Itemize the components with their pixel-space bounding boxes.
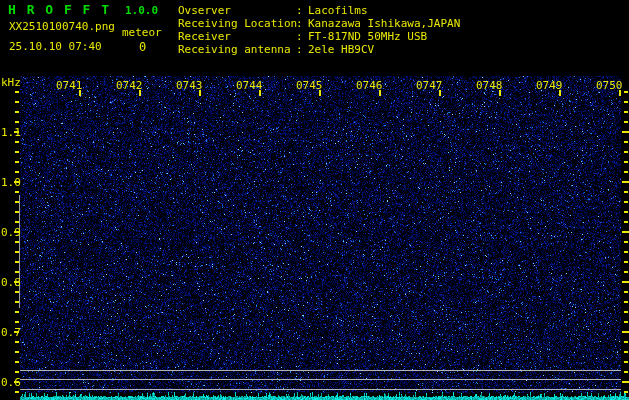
station-row-label: Ovserver bbox=[178, 4, 296, 17]
freq-minor-tick-left bbox=[15, 261, 19, 263]
minute-tick bbox=[199, 90, 201, 96]
station-row-value: Kanazawa Ishikawa,JAPAN bbox=[308, 17, 460, 30]
capture-datetime: 25.10.10 07:40 bbox=[9, 41, 102, 52]
reference-line-middle bbox=[20, 379, 621, 380]
freq-minor-tick-right bbox=[624, 291, 628, 293]
freq-minor-tick-right bbox=[624, 101, 628, 103]
freq-major-tick-right bbox=[622, 131, 629, 133]
freq-minor-tick-right bbox=[624, 371, 628, 373]
freq-minor-tick-right bbox=[624, 341, 628, 343]
station-row: Receiving Location:Kanazawa Ishikawa,JAP… bbox=[178, 17, 460, 30]
station-row-value: FT-817ND 50MHz USB bbox=[308, 30, 427, 43]
minute-tick bbox=[259, 90, 261, 96]
freq-minor-tick-left bbox=[15, 191, 19, 193]
freq-minor-tick-right bbox=[624, 241, 628, 243]
station-row: Ovserver:Lacofilms bbox=[178, 4, 460, 17]
freq-major-tick-left bbox=[14, 281, 19, 283]
freq-minor-tick-left bbox=[15, 101, 19, 103]
freq-minor-tick-right bbox=[624, 391, 628, 393]
station-row-label: Receiver bbox=[178, 30, 296, 43]
station-row-label: Receiving antenna bbox=[178, 43, 296, 56]
station-row-separator: : bbox=[296, 43, 308, 56]
freq-minor-tick-right bbox=[624, 171, 628, 173]
freq-minor-tick-right bbox=[624, 321, 628, 323]
freq-minor-tick-left bbox=[15, 211, 19, 213]
freq-major-tick-left bbox=[14, 231, 19, 233]
station-row-value: Lacofilms bbox=[308, 4, 368, 17]
freq-minor-tick-right bbox=[624, 121, 628, 123]
freq-minor-tick-left bbox=[15, 321, 19, 323]
freq-minor-tick-right bbox=[624, 111, 628, 113]
freq-major-tick-right bbox=[622, 381, 629, 383]
minute-tick bbox=[379, 90, 381, 96]
freq-minor-tick-left bbox=[15, 291, 19, 293]
freq-minor-tick-left bbox=[15, 271, 19, 273]
freq-major-tick-right bbox=[622, 331, 629, 333]
freq-minor-tick-right bbox=[624, 151, 628, 153]
station-info: Ovserver:LacofilmsReceiving Location:Kan… bbox=[178, 4, 460, 56]
freq-minor-tick-left bbox=[15, 161, 19, 163]
freq-major-tick-left bbox=[14, 331, 19, 333]
freq-minor-tick-right bbox=[624, 311, 628, 313]
level-scale-bar bbox=[19, 195, 20, 308]
freq-minor-tick-left bbox=[15, 371, 19, 373]
freq-minor-tick-left bbox=[15, 351, 19, 353]
freq-minor-tick-right bbox=[624, 91, 628, 93]
freq-major-tick-left bbox=[14, 381, 19, 383]
freq-minor-tick-left bbox=[15, 391, 19, 393]
station-row-separator: : bbox=[296, 30, 308, 43]
echo-count: 0 bbox=[139, 41, 146, 53]
freq-minor-tick-right bbox=[624, 211, 628, 213]
station-row-separator: : bbox=[296, 17, 308, 30]
minute-tick bbox=[439, 90, 441, 96]
freq-minor-tick-right bbox=[624, 221, 628, 223]
freq-minor-tick-left bbox=[15, 241, 19, 243]
freq-minor-tick-left bbox=[15, 141, 19, 143]
freq-minor-tick-right bbox=[624, 261, 628, 263]
freq-major-tick-right bbox=[622, 181, 629, 183]
freq-minor-tick-left bbox=[15, 301, 19, 303]
reference-line-lower bbox=[20, 389, 621, 390]
freq-minor-tick-left bbox=[15, 91, 19, 93]
freq-minor-tick-left bbox=[15, 341, 19, 343]
station-row-separator: : bbox=[296, 4, 308, 17]
app-title: H R O F F T bbox=[8, 3, 111, 16]
minute-tick bbox=[559, 90, 561, 96]
freq-major-tick-right bbox=[622, 231, 629, 233]
freq-minor-tick-left bbox=[15, 121, 19, 123]
freq-minor-tick-right bbox=[624, 251, 628, 253]
freq-minor-tick-left bbox=[15, 201, 19, 203]
freq-major-tick-left bbox=[14, 181, 19, 183]
freq-minor-tick-right bbox=[624, 141, 628, 143]
station-row: Receiving antenna:2ele HB9CV bbox=[178, 43, 460, 56]
reference-line-upper bbox=[20, 370, 621, 371]
app-version: 1.0.0 bbox=[125, 5, 158, 16]
freq-minor-tick-right bbox=[624, 191, 628, 193]
freq-minor-tick-right bbox=[624, 201, 628, 203]
spectrogram-canvas bbox=[0, 0, 629, 400]
freq-minor-tick-right bbox=[624, 301, 628, 303]
freq-minor-tick-left bbox=[15, 311, 19, 313]
freq-minor-tick-right bbox=[624, 161, 628, 163]
mode-label: meteor bbox=[122, 27, 162, 38]
station-row-value: 2ele HB9CV bbox=[308, 43, 374, 56]
freq-minor-tick-right bbox=[624, 361, 628, 363]
freq-minor-tick-left bbox=[15, 151, 19, 153]
station-row-label: Receiving Location bbox=[178, 17, 296, 30]
freq-minor-tick-left bbox=[15, 221, 19, 223]
hrofft-screen: H R O F F T 1.0.0 XX2510100740.png meteo… bbox=[0, 0, 629, 400]
station-row: Receiver:FT-817ND 50MHz USB bbox=[178, 30, 460, 43]
freq-major-tick-left bbox=[14, 131, 19, 133]
capture-filename: XX2510100740.png bbox=[9, 21, 115, 32]
minute-tick bbox=[499, 90, 501, 96]
minute-tick bbox=[319, 90, 321, 96]
freq-unit-label: kHz bbox=[1, 77, 21, 88]
minute-tick bbox=[139, 90, 141, 96]
freq-minor-tick-left bbox=[15, 251, 19, 253]
freq-minor-tick-right bbox=[624, 351, 628, 353]
freq-minor-tick-right bbox=[624, 271, 628, 273]
freq-minor-tick-left bbox=[15, 111, 19, 113]
minute-tick bbox=[79, 90, 81, 96]
freq-major-tick-right bbox=[622, 281, 629, 283]
freq-minor-tick-left bbox=[15, 171, 19, 173]
